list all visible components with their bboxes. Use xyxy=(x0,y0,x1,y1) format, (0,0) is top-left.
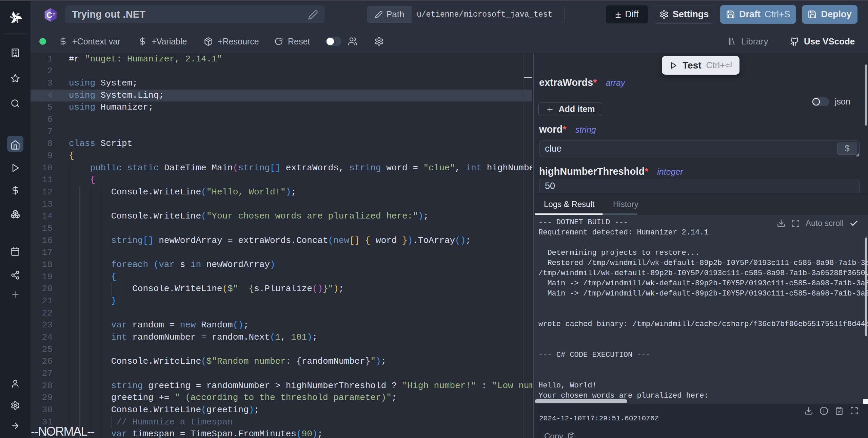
svg-text:C: C xyxy=(46,11,52,20)
svg-text:#: # xyxy=(52,12,55,17)
